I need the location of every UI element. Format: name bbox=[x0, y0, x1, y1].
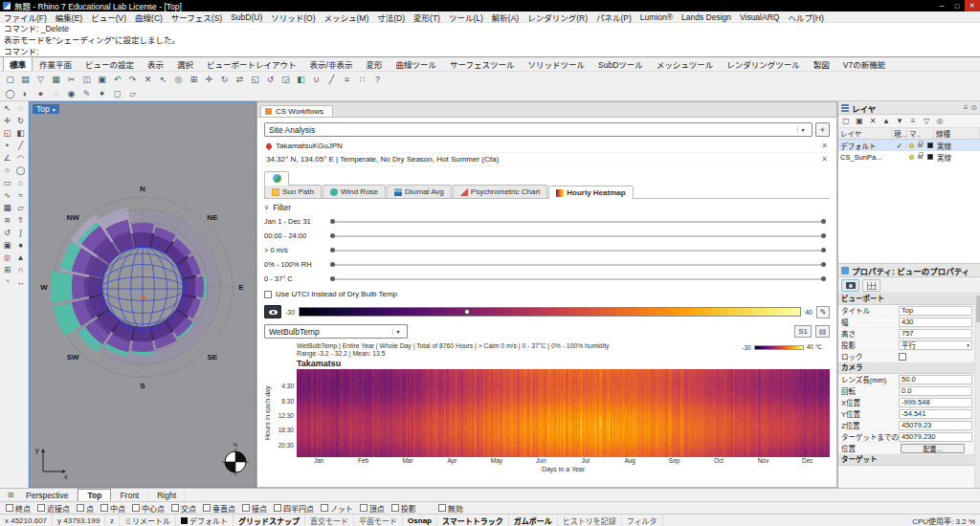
ribbon-tab-ソリッドツ-ル[interactable]: ソリッドツール bbox=[522, 56, 592, 71]
point-icon[interactable]: • bbox=[1, 139, 14, 151]
cut-icon[interactable]: ✂ bbox=[64, 73, 78, 86]
paste-icon[interactable]: ▣ bbox=[95, 73, 109, 86]
layer-visibility-icon[interactable] bbox=[909, 143, 914, 148]
checkbox[interactable] bbox=[6, 504, 13, 512]
interpolate-curve-icon[interactable]: ≈ bbox=[14, 188, 28, 201]
zoom-window-icon[interactable]: ⊞ bbox=[187, 73, 201, 86]
close-button[interactable]: ✕ bbox=[965, 0, 980, 11]
ribbon-tab-表示-非表示[interactable]: 表示/非表示 bbox=[303, 56, 360, 71]
extrude-icon[interactable]: ⇑ bbox=[14, 213, 28, 226]
minimize-button[interactable]: ─ bbox=[934, 0, 949, 11]
prop-value-field[interactable]: -54.541 bbox=[899, 409, 972, 419]
undo-icon[interactable]: ↶ bbox=[110, 73, 124, 86]
fillet-icon[interactable]: ◝ bbox=[1, 275, 14, 288]
slider-handle-left[interactable] bbox=[330, 219, 335, 224]
arc-icon[interactable]: ◠ bbox=[14, 151, 28, 164]
remove-location-button[interactable]: ✕ bbox=[821, 142, 828, 150]
slider-handle-left[interactable] bbox=[330, 276, 335, 281]
layer-column-0[interactable]: レイヤ bbox=[838, 128, 892, 139]
open-file-icon[interactable]: ▤ bbox=[18, 73, 33, 86]
tab-cs-workflows[interactable]: CS Workflows bbox=[260, 105, 333, 117]
checkbox[interactable] bbox=[132, 504, 140, 512]
print-icon[interactable]: ▦ bbox=[49, 73, 63, 86]
toggle-スマ-トトラック[interactable]: スマートトラック bbox=[437, 515, 509, 526]
plane-icon[interactable]: ▱ bbox=[14, 201, 28, 213]
surface-icon[interactable]: ▦ bbox=[1, 201, 14, 213]
ghosted-view-icon[interactable]: ◌ bbox=[49, 87, 63, 100]
slider-handle-left[interactable] bbox=[330, 262, 335, 267]
maximize-button[interactable]: □ bbox=[949, 0, 965, 11]
cylinder-icon[interactable]: ◎ bbox=[1, 251, 14, 263]
curve-icon[interactable]: ∿ bbox=[1, 188, 14, 201]
color-gradient-bar[interactable] bbox=[299, 306, 801, 318]
viewport-title[interactable]: Top ▾ bbox=[33, 104, 59, 114]
metric-select[interactable]: WetBulbTemp ▾ bbox=[264, 324, 408, 339]
current-layer-indicator[interactable]: デフォルト bbox=[176, 515, 234, 526]
site-tab[interactable] bbox=[264, 171, 289, 186]
cone-icon[interactable]: ▲ bbox=[14, 251, 28, 263]
ribbon-tab-曲線ツ-ル[interactable]: 曲線ツール bbox=[389, 56, 443, 71]
menu-item-lumion-[interactable]: Lumion® bbox=[640, 12, 673, 22]
layer-column-3[interactable]: 線種 bbox=[934, 128, 980, 139]
select-icon[interactable]: ↖ bbox=[156, 73, 170, 86]
osnap-交点[interactable]: 交点 bbox=[171, 503, 196, 514]
prop-select[interactable]: 平行▾ bbox=[899, 340, 972, 350]
osnap-ノット[interactable]: ノット bbox=[321, 503, 353, 514]
scrollbar[interactable] bbox=[974, 294, 980, 488]
panel-menu-icon[interactable]: ≡ bbox=[964, 103, 969, 112]
trim-icon[interactable]: ╱ bbox=[324, 73, 339, 86]
join-icon[interactable]: ∪ bbox=[309, 73, 323, 86]
delete-layer-icon[interactable]: ✕ bbox=[867, 116, 879, 127]
layer-color-swatch[interactable] bbox=[927, 142, 933, 148]
checkbox[interactable] bbox=[77, 504, 84, 512]
menu-item-visualarq[interactable]: VisualARQ bbox=[740, 12, 779, 22]
prop-value-field[interactable]: 0.0 bbox=[899, 386, 972, 396]
menu-item-変形-t-[interactable]: 変形(T) bbox=[413, 11, 440, 23]
rotate-icon[interactable]: ↺ bbox=[263, 73, 278, 86]
osnap-終点[interactable]: 終点 bbox=[6, 503, 31, 514]
checkbox[interactable] bbox=[360, 504, 368, 512]
command-area[interactable]: コマンド: _Delete 表示モードを"シェーディング"に設定しました。 コマ… bbox=[0, 23, 980, 57]
array-icon[interactable]: ∷ bbox=[355, 73, 369, 86]
expand-icon[interactable]: ≡ bbox=[907, 116, 919, 127]
toggle-フィルタ[interactable]: フィルタ bbox=[622, 515, 663, 526]
layer-lock-icon[interactable] bbox=[918, 155, 923, 159]
ribbon-tab-ビュ-ポ-トレイアウト[interactable]: ビューポートレイアウト bbox=[200, 56, 303, 71]
slider-handle-right[interactable] bbox=[821, 233, 826, 238]
new-sublayer-icon[interactable]: ▣ bbox=[854, 116, 865, 127]
menu-item-編集-e-[interactable]: 編集(E) bbox=[56, 11, 82, 23]
new-file-icon[interactable]: ▢ bbox=[3, 73, 17, 86]
chart-tab-wind-rose[interactable]: Wind Rose bbox=[323, 185, 386, 198]
filter-toggle[interactable]: ∨ Filter bbox=[264, 203, 830, 212]
ribbon-tab-レンダリングツ-ル[interactable]: レンダリングツール bbox=[720, 56, 807, 71]
osnap-中点[interactable]: 中点 bbox=[100, 503, 125, 514]
technical-view-icon[interactable]: ✎ bbox=[79, 87, 94, 100]
prop-value-field[interactable]: -999.548 bbox=[899, 398, 972, 407]
viewport-grid-icon[interactable]: ⊞ bbox=[4, 491, 17, 499]
circle-icon[interactable]: ○ bbox=[1, 164, 14, 176]
rectangle-icon[interactable]: ▭ bbox=[1, 176, 14, 188]
offset-icon[interactable]: ≡ bbox=[340, 73, 354, 86]
scrollbar-thumb[interactable] bbox=[976, 296, 980, 322]
chart-tab-psychrometric-chart[interactable]: Psychrometric Chart bbox=[453, 185, 547, 198]
mesh-icon[interactable]: ⊞ bbox=[1, 263, 14, 275]
grid-properties-tab[interactable] bbox=[862, 279, 880, 292]
arctic-view-icon[interactable]: ◻ bbox=[110, 87, 124, 100]
checkbox[interactable] bbox=[37, 504, 45, 512]
delete-icon[interactable]: ✕ bbox=[141, 73, 155, 86]
menu-item-subd-u-[interactable]: SubD(U) bbox=[231, 12, 262, 22]
range-slider[interactable] bbox=[331, 278, 825, 280]
chart-tab-diurnal-avg[interactable]: Diurnal Avg bbox=[387, 185, 452, 198]
menu-item-ソリッド-o-[interactable]: ソリッド(O) bbox=[271, 11, 315, 23]
save-icon[interactable]: ▽ bbox=[33, 73, 48, 86]
slider-handle-right[interactable] bbox=[821, 219, 826, 224]
osnap-垂直点[interactable]: 垂直点 bbox=[203, 503, 235, 514]
checkbox[interactable] bbox=[438, 504, 446, 512]
sweep-icon[interactable]: ∫ bbox=[14, 226, 28, 238]
checkbox[interactable] bbox=[391, 504, 399, 512]
osnap-disable[interactable]: 無効 bbox=[438, 503, 463, 514]
redo-icon[interactable]: ↷ bbox=[125, 73, 140, 86]
layer-visibility-icon[interactable] bbox=[909, 155, 914, 160]
ribbon-tab-メッシュツ-ル[interactable]: メッシュツール bbox=[650, 56, 721, 71]
menu-item-寸法-d-[interactable]: 寸法(D) bbox=[377, 11, 405, 23]
